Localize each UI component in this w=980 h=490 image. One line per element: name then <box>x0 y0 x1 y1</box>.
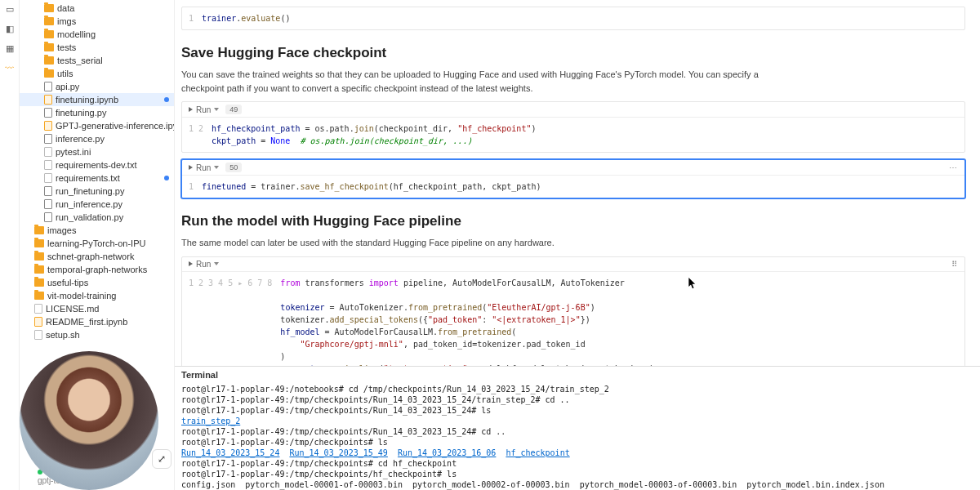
code-content[interactable]: trainer.evaluate() <box>202 12 290 24</box>
folder-item[interactable]: learning-PyTorch-on-IPU <box>20 237 174 250</box>
terminal-line: root@lr17-1-poplar-49:/tmp/checkpoints# … <box>181 437 973 448</box>
folder-icon <box>44 43 54 51</box>
folder-item[interactable]: vit-model-training <box>20 289 174 302</box>
tree-item-label: vit-model-training <box>47 290 116 301</box>
code-cell-active[interactable]: Run 50 ⋯ 1 finetuned = trainer.save_hf_c… <box>181 159 965 198</box>
folder-item[interactable]: imgs <box>20 15 174 28</box>
terminal-line: root@lr17-1-poplar-49:/tmp/checkpoints/h… <box>181 469 973 479</box>
run-button[interactable]: Run <box>189 105 219 114</box>
folder-icon <box>34 278 44 287</box>
line-gutter: 1 <box>189 12 202 24</box>
folder-item[interactable]: utils <box>20 67 174 80</box>
file-item[interactable]: GPTJ-generative-inference.ipynb <box>20 119 174 132</box>
folder-item[interactable]: images <box>20 224 174 237</box>
file-icon <box>44 134 52 144</box>
terminal-title: Terminal <box>181 370 973 381</box>
rail-grid-icon[interactable]: ▦ <box>4 42 16 54</box>
folder-item[interactable]: tests <box>20 41 174 54</box>
file-item[interactable]: finetuning.ipynb <box>20 93 174 106</box>
file-icon <box>44 186 52 196</box>
file-item[interactable]: inference.py <box>20 132 174 145</box>
code-content[interactable]: finetuned = trainer.save_hf_checkpoint(h… <box>202 180 541 193</box>
code-cell[interactable]: Run ⠿ 1 2 3 4 5 ▸ 6 7 8 from transformer… <box>181 256 965 367</box>
chevron-down-icon[interactable] <box>214 108 219 111</box>
tree-item-label: data <box>57 2 74 14</box>
line-gutter: 1 2 3 4 5 ▸ 6 7 8 <box>189 277 280 367</box>
file-item[interactable]: run_validation.py <box>20 211 174 224</box>
tree-item-label: LICENSE.md <box>46 303 99 314</box>
file-icon <box>44 173 52 183</box>
chevron-down-icon[interactable] <box>214 262 219 265</box>
file-icon <box>44 147 52 157</box>
folder-item[interactable]: tests_serial <box>20 54 174 67</box>
code-cell[interactable]: 1 trainer.evaluate() <box>181 7 965 30</box>
section-paragraph: You can save the trained weights so that… <box>181 68 802 95</box>
execution-count: 50 <box>225 163 242 172</box>
tree-item-label: imgs <box>57 16 76 27</box>
file-item[interactable]: run_finetuning.py <box>20 185 174 198</box>
folder-icon <box>34 239 44 247</box>
file-item[interactable]: pytest.ini <box>20 145 174 158</box>
terminal-line: root@lr17-1-poplar-49:/tmp/checkpoints# … <box>181 458 973 469</box>
folder-icon <box>44 69 54 78</box>
modified-dot-icon <box>164 176 169 180</box>
line-gutter: 1 <box>189 180 202 193</box>
tree-item-label: setup.sh <box>46 329 80 341</box>
file-item[interactable]: finetuning.py <box>20 106 174 119</box>
terminal-line: root@lr17-1-poplar-49:/tmp/checkpoints/R… <box>181 426 973 437</box>
folder-item[interactable]: schnet-graph-network <box>20 250 174 263</box>
folder-item[interactable]: modelling <box>20 28 174 41</box>
cell-more-button[interactable]: ⋯ <box>949 163 958 172</box>
folder-item[interactable]: data <box>20 2 174 15</box>
tree-item-label: GPTJ-generative-inference.ipynb <box>56 120 175 131</box>
section-heading: Run the model with Hugging Face pipeline <box>181 213 965 229</box>
file-item[interactable]: README_first.ipynb <box>20 315 174 328</box>
tree-item-label: finetuning.py <box>56 107 106 118</box>
folder-icon <box>34 265 44 274</box>
code-cell[interactable]: Run 49 1 2 hf_checkpoint_path = os.path.… <box>181 101 965 153</box>
file-icon <box>34 317 42 327</box>
file-item[interactable]: api.py <box>20 80 174 93</box>
tree-item-label: run_finetuning.py <box>56 185 124 197</box>
chevron-down-icon[interactable] <box>214 166 219 169</box>
file-icon <box>34 330 42 340</box>
expand-avatar-button[interactable]: ⤢ <box>152 449 172 469</box>
run-button[interactable]: Run <box>189 163 219 172</box>
notebook-scroll[interactable]: 1 trainer.evaluate() Save Hugging Face c… <box>175 0 980 366</box>
activity-rail: ▭ ◧ ▦ 〰 <box>0 0 20 490</box>
tree-item-label: api.py <box>56 81 79 92</box>
rail-cube-icon[interactable]: ◧ <box>4 23 16 34</box>
code-content[interactable]: from transformers import pipeline, AutoM… <box>280 277 654 367</box>
folder-icon <box>34 226 44 234</box>
terminal-panel[interactable]: Terminal root@lr17-1-poplar-49:/notebook… <box>175 366 980 490</box>
folder-icon <box>44 17 54 25</box>
presenter-avatar <box>20 351 158 490</box>
cell-drag-handle[interactable]: ⠿ <box>951 260 958 269</box>
file-item[interactable]: setup.sh <box>20 328 174 341</box>
tree-item-label: learning-PyTorch-on-IPU <box>47 238 145 249</box>
file-icon <box>44 212 52 222</box>
terminal-line: root@lr17-1-poplar-49:/tmp/checkpoints/R… <box>181 394 973 405</box>
file-item[interactable]: requirements-dev.txt <box>20 158 174 172</box>
rail-wave-icon[interactable]: 〰 <box>4 62 16 74</box>
code-content[interactable]: hf_checkpoint_path = os.path.join(checkp… <box>212 122 536 147</box>
file-item[interactable]: LICENSE.md <box>20 302 174 315</box>
tree-item-label: images <box>47 225 76 236</box>
rail-file-icon[interactable]: ▭ <box>4 3 16 15</box>
tree-item-label: tests <box>57 42 76 53</box>
run-button[interactable]: Run <box>189 260 219 269</box>
play-icon <box>189 261 193 266</box>
file-item[interactable]: requirements.txt <box>20 172 174 185</box>
modified-dot-icon <box>164 97 169 102</box>
folder-icon <box>44 56 54 65</box>
terminal-line: Run_14_03_2023_15_24 Run_14_03_2023_15_4… <box>181 448 973 458</box>
tree-item-label: requirements.txt <box>56 172 120 184</box>
file-item[interactable]: run_inference.py <box>20 198 174 211</box>
tree-item-label: temporal-graph-networks <box>47 264 147 275</box>
tree-item-label: run_inference.py <box>56 198 122 210</box>
section-paragraph: The same model can later be used with th… <box>181 236 802 250</box>
execution-count: 49 <box>225 105 242 114</box>
folder-item[interactable]: useful-tips <box>20 276 174 289</box>
folder-item[interactable]: temporal-graph-networks <box>20 263 174 276</box>
tree-item-label: schnet-graph-network <box>47 251 134 262</box>
